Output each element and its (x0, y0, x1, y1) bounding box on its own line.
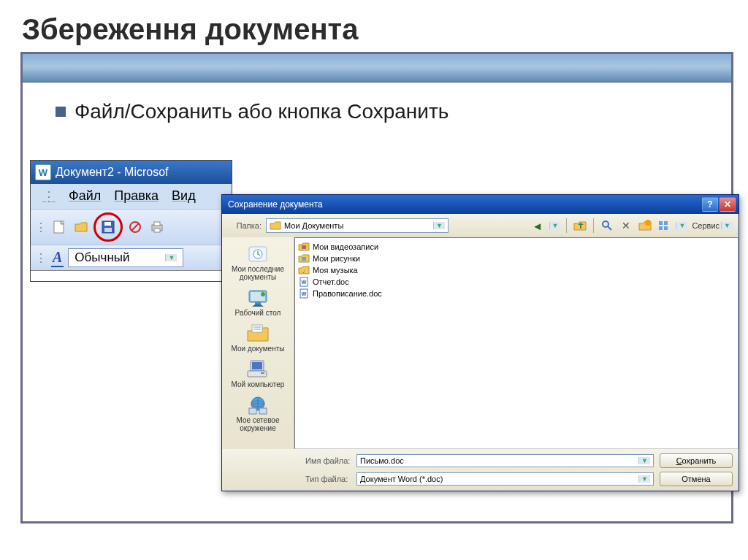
place-network[interactable]: Мое сетевое окружение (221, 391, 295, 435)
place-mydocs[interactable]: Мои документы (221, 320, 295, 356)
service-label: Сервис (692, 221, 720, 230)
save-icon[interactable] (99, 218, 118, 236)
place-desktop[interactable]: Рабочий стол (221, 284, 295, 320)
svg-rect-14 (659, 226, 663, 230)
folder-icon (270, 220, 281, 231)
delete-icon[interactable]: ✕ (619, 218, 633, 233)
filename-value: Письмо.doc (360, 456, 404, 465)
svg-rect-26 (261, 372, 264, 374)
svg-rect-13 (664, 221, 668, 225)
place-recent[interactable]: Мои последние документы (221, 240, 295, 284)
help-button[interactable]: ? (702, 197, 718, 212)
menu-file[interactable]: Файл (63, 187, 107, 206)
svg-rect-2 (104, 222, 111, 226)
svg-point-21 (261, 292, 265, 296)
svg-rect-31 (302, 245, 306, 249)
list-item[interactable]: W Правописание.doc (298, 288, 735, 299)
open-folder-icon[interactable] (72, 218, 91, 236)
svg-rect-3 (104, 228, 112, 232)
svg-rect-15 (664, 226, 668, 230)
place-mycomputer[interactable]: Мой компьютер (221, 356, 295, 391)
close-button[interactable]: ✕ (720, 197, 736, 212)
folder-video-icon (298, 242, 310, 252)
svg-text:W: W (302, 280, 307, 285)
style-value: Обычный (75, 250, 129, 265)
dialog-bottom-bar: Имя файла: Письмо.doc ▼ Сохранить Тип фа… (222, 449, 739, 491)
permissions-icon[interactable] (126, 218, 145, 236)
save-btn-rest: охранить (682, 456, 717, 465)
slide-content-frame: Файл/Сохранить або кнопка Сохранить W До… (20, 52, 733, 523)
chevron-down-icon: ▼ (638, 457, 650, 464)
style-selector[interactable]: Обычный ▼ (68, 248, 183, 267)
svg-text:♪: ♪ (302, 269, 305, 274)
filename-label: Имя файла: (305, 456, 351, 465)
menu-edit[interactable]: Правка (108, 187, 164, 206)
list-item[interactable]: W Отчет.doc (298, 276, 735, 288)
file-name: Моя музыка (313, 266, 358, 275)
word-title-text: Документ2 - Microsof (56, 166, 169, 179)
doc-icon: W (298, 288, 310, 299)
dialog-toolbar: Папка: Мои Документы ▼ ◄ ▼ ✕ (222, 214, 739, 237)
views-icon[interactable] (657, 218, 671, 233)
up-folder-icon[interactable] (573, 218, 587, 233)
cancel-button[interactable]: Отмена (660, 472, 733, 486)
svg-rect-32 (302, 257, 306, 261)
word-app-icon: W (35, 164, 51, 180)
svg-rect-20 (255, 302, 261, 304)
styles-icon[interactable]: A (51, 249, 64, 267)
place-desktop-label: Рабочий стол (235, 309, 281, 317)
file-name: Мои рисунки (313, 254, 360, 263)
folder-value: Мои Документы (284, 221, 343, 230)
dialog-title: Сохранение документа (228, 199, 323, 210)
chevron-down-icon: ▼ (433, 222, 445, 229)
filetype-value: Документ Word (*.doc) (360, 475, 443, 483)
file-name: Мои видеозаписи (313, 242, 378, 251)
bullet-icon (56, 107, 66, 117)
svg-line-5 (131, 223, 139, 231)
recent-icon (245, 243, 270, 265)
svg-rect-22 (252, 325, 262, 332)
chevron-down-icon[interactable]: ▼ (676, 222, 687, 229)
list-item[interactable]: Мои видеозаписи (298, 241, 735, 253)
computer-icon (245, 358, 270, 380)
chevron-down-icon[interactable]: ▼ (549, 222, 561, 229)
word-window-fragment: W Документ2 - Microsof ⋮ Файл Правка Вид… (30, 160, 232, 282)
word-toolbar: ⋮ (31, 209, 232, 245)
new-folder-icon[interactable] (638, 218, 652, 233)
svg-rect-8 (154, 229, 160, 232)
mydocs-icon (245, 323, 270, 345)
new-doc-icon[interactable] (50, 218, 69, 236)
file-list[interactable]: Мои видеозаписи Мои рисунки ♪ Моя музыка… (294, 237, 739, 449)
place-network-label: Мое сетевое окружение (222, 416, 294, 432)
word-menubar: ⋮ Файл Правка Вид (31, 184, 232, 209)
folder-pics-icon (298, 253, 310, 264)
save-button[interactable]: Сохранить (660, 453, 733, 468)
file-name: Правописание.doc (313, 289, 382, 298)
svg-rect-12 (659, 221, 663, 225)
svg-rect-24 (252, 362, 262, 369)
place-mydocs-label: Мои документы (232, 345, 285, 353)
filetype-dropdown[interactable]: Документ Word (*.doc) ▼ (356, 472, 654, 486)
folder-dropdown[interactable]: Мои Документы ▼ (266, 218, 449, 233)
svg-rect-30 (259, 408, 267, 414)
service-menu[interactable]: Сервис ▼ (692, 221, 733, 230)
list-item[interactable]: Мои рисунки (298, 253, 735, 264)
filename-input[interactable]: Письмо.doc ▼ (356, 454, 654, 467)
save-dialog: Сохранение документа ? ✕ Папка: Мои Доку… (221, 194, 739, 491)
search-icon[interactable] (600, 218, 614, 233)
slide-title: Збереження документа (0, 0, 748, 52)
filetype-label: Тип файла: (305, 475, 351, 483)
folder-label: Папка: (228, 221, 262, 230)
svg-rect-29 (249, 408, 256, 414)
word-titlebar: W Документ2 - Microsof (31, 161, 232, 184)
menu-view[interactable]: Вид (166, 187, 202, 206)
print-icon[interactable] (148, 218, 167, 236)
places-bar: Мои последние документы Рабочий стол Мои… (222, 237, 294, 449)
back-icon[interactable]: ◄ (530, 218, 545, 233)
bullet-text: Файл/Сохранить або кнопка Сохранить (75, 100, 449, 123)
list-item[interactable]: ♪ Моя музыка (298, 264, 735, 276)
folder-music-icon: ♪ (298, 265, 310, 275)
bullet-line: Файл/Сохранить або кнопка Сохранить (56, 100, 449, 123)
place-recent-label: Мои последние документы (222, 265, 294, 281)
svg-text:W: W (302, 291, 307, 296)
